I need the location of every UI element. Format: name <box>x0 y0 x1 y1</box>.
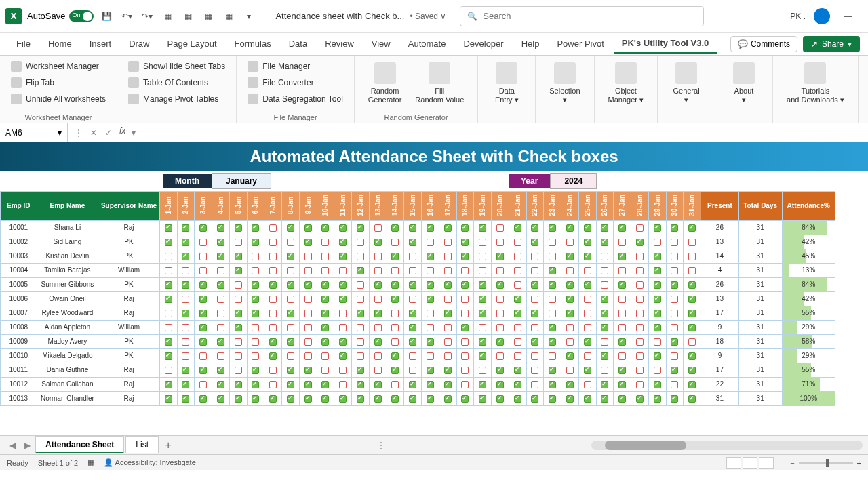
cell-checkbox[interactable] <box>509 377 526 391</box>
cell-checkbox[interactable] <box>578 277 596 291</box>
checkbox-icon[interactable] <box>636 253 644 260</box>
checkbox-icon[interactable] <box>374 338 382 346</box>
cell-checkbox[interactable] <box>299 391 317 405</box>
checkbox-icon[interactable] <box>182 310 189 317</box>
fx-dropdown-icon[interactable]: ▾ <box>127 126 140 140</box>
cell-checkbox[interactable] <box>509 348 526 363</box>
cell-checkbox[interactable] <box>247 263 264 277</box>
save-icon[interactable]: 💾 <box>99 9 114 24</box>
cell-checkbox[interactable] <box>247 377 264 391</box>
cell-checkbox[interactable] <box>456 220 474 235</box>
cell-checkbox[interactable] <box>229 320 247 334</box>
checkbox-icon[interactable] <box>357 324 364 331</box>
checkbox-icon[interactable] <box>391 239 399 246</box>
cell-checkbox[interactable] <box>299 235 317 249</box>
checkbox-icon[interactable] <box>391 324 399 331</box>
cell-checkbox[interactable] <box>596 263 614 277</box>
table-row[interactable]: 10004Tamika BarajasWilliam43113% <box>1 263 835 277</box>
checkbox-icon[interactable] <box>339 395 347 403</box>
checkbox-icon[interactable] <box>636 296 644 303</box>
checkbox-icon[interactable] <box>671 239 678 246</box>
checkbox-icon[interactable] <box>601 381 608 388</box>
checkbox-icon[interactable] <box>321 310 329 317</box>
checkbox-icon[interactable] <box>566 239 574 246</box>
cell-checkbox[interactable] <box>684 291 701 306</box>
cell-checkbox[interactable] <box>561 334 579 348</box>
checkbox-icon[interactable] <box>321 381 329 388</box>
cell-checkbox[interactable] <box>369 391 387 405</box>
cell-checkbox[interactable] <box>666 320 684 334</box>
checkbox-icon[interactable] <box>566 296 574 303</box>
checkbox-icon[interactable] <box>566 381 574 388</box>
tab-automate[interactable]: Automate <box>400 35 454 53</box>
cell-checkbox[interactable] <box>387 277 404 291</box>
checkbox-icon[interactable] <box>461 367 469 374</box>
cell-checkbox[interactable] <box>247 249 264 263</box>
cell-checkbox[interactable] <box>614 291 631 306</box>
cell-checkbox[interactable] <box>159 277 177 291</box>
checkbox-icon[interactable] <box>374 381 382 388</box>
checkbox-icon[interactable] <box>531 352 538 360</box>
table-row[interactable]: 10003Kristian DevlinPK143145% <box>1 249 835 263</box>
cell-checkbox[interactable] <box>177 291 195 306</box>
checkbox-icon[interactable] <box>217 267 224 274</box>
qat-icon-1[interactable]: ▦ <box>160 9 175 24</box>
checkbox-icon[interactable] <box>461 267 469 274</box>
cell-checkbox[interactable] <box>369 277 387 291</box>
cell-checkbox[interactable] <box>352 306 370 320</box>
cell-checkbox[interactable] <box>648 306 666 320</box>
tab-pk-s-utility-tool-v3-0[interactable]: PK's Utility Tool V3.0 <box>614 34 717 54</box>
checkbox-icon[interactable] <box>654 267 661 274</box>
checkbox-icon[interactable] <box>654 224 661 232</box>
checkbox-icon[interactable] <box>287 352 294 360</box>
cell-total[interactable]: 31 <box>738 320 782 334</box>
checkbox-icon[interactable] <box>217 381 224 388</box>
checkbox-icon[interactable] <box>182 338 189 346</box>
checkbox-icon[interactable] <box>427 381 434 388</box>
table-row[interactable]: 10005Summer GibbonsPK263184% <box>1 277 835 291</box>
checkbox-icon[interactable] <box>252 352 259 360</box>
cell-checkbox[interactable] <box>317 363 334 377</box>
cell-checkbox[interactable] <box>317 320 334 334</box>
cell-total[interactable]: 31 <box>738 377 782 391</box>
col-day[interactable]: 31-Jan <box>684 192 701 221</box>
checkbox-icon[interactable] <box>688 395 696 403</box>
cell-checkbox[interactable] <box>422 277 439 291</box>
cell-checkbox[interactable] <box>195 348 212 363</box>
cell-present[interactable]: 4 <box>701 263 739 277</box>
cell-checkbox[interactable] <box>509 235 526 249</box>
cell-present[interactable]: 17 <box>701 363 739 377</box>
year-value[interactable]: 2024 <box>550 173 597 189</box>
cell-checkbox[interactable] <box>509 334 526 348</box>
ribbon-big-item[interactable]: General▾ <box>666 60 707 107</box>
checkbox-icon[interactable] <box>444 296 452 303</box>
cell-emp-name[interactable]: Rylee Woodward <box>37 306 98 320</box>
checkbox-icon[interactable] <box>531 267 538 274</box>
checkbox-icon[interactable] <box>461 352 469 360</box>
checkbox-icon[interactable] <box>549 224 556 232</box>
ribbon-big-item[interactable]: Tutorialsand Downloads ▾ <box>781 60 850 107</box>
cell-checkbox[interactable] <box>404 391 422 405</box>
cell-checkbox[interactable] <box>666 263 684 277</box>
cell-total[interactable]: 31 <box>738 363 782 377</box>
checkbox-icon[interactable] <box>252 367 259 374</box>
cell-checkbox[interactable] <box>631 235 649 249</box>
cell-checkbox[interactable] <box>456 291 474 306</box>
checkbox-icon[interactable] <box>444 338 452 346</box>
cell-checkbox[interactable] <box>614 377 631 391</box>
cell-checkbox[interactable] <box>578 249 596 263</box>
cell-checkbox[interactable] <box>247 334 264 348</box>
cell-checkbox[interactable] <box>456 377 474 391</box>
checkbox-icon[interactable] <box>304 367 312 374</box>
checkbox-icon[interactable] <box>444 239 452 246</box>
cell-present[interactable]: 26 <box>701 220 739 235</box>
checkbox-icon[interactable] <box>199 239 207 246</box>
cell-checkbox[interactable] <box>509 220 526 235</box>
cell-checkbox[interactable] <box>282 291 300 306</box>
col-day[interactable]: 30-Jan <box>666 192 684 221</box>
tab-page-layout[interactable]: Page Layout <box>159 35 225 53</box>
ribbon-item[interactable]: Worksheet Manager <box>8 60 108 73</box>
checkbox-icon[interactable] <box>671 296 678 303</box>
minimize-button[interactable]: — <box>838 7 857 26</box>
cell-checkbox[interactable] <box>334 377 352 391</box>
